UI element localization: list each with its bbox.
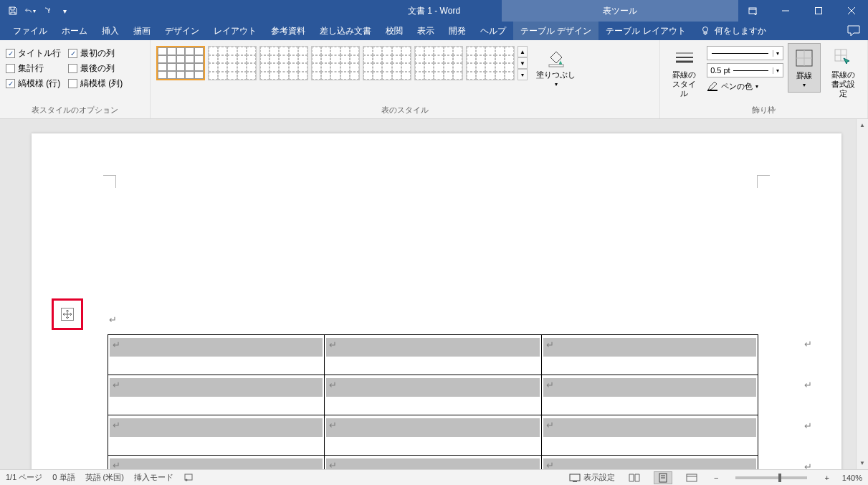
zoom-level[interactable]: 140% bbox=[842, 474, 862, 482]
table-style-thumb[interactable] bbox=[414, 46, 463, 80]
zoom-slider-thumb[interactable] bbox=[778, 474, 781, 482]
minimize-button[interactable] bbox=[769, 0, 802, 22]
table-style-thumb[interactable] bbox=[208, 46, 257, 80]
table-cell[interactable]: ↵ bbox=[108, 456, 325, 470]
table-cell[interactable]: ↵ bbox=[108, 415, 325, 456]
table-row[interactable]: ↵↵↵ bbox=[108, 375, 758, 415]
chk-header-row[interactable]: タイトル行 bbox=[6, 47, 61, 60]
tab-layout[interactable]: レイアウト bbox=[206, 22, 264, 40]
chk-first-column[interactable]: 最初の列 bbox=[68, 47, 123, 60]
borders-button[interactable]: 罫線 ▾ bbox=[788, 43, 821, 93]
borders-label: 罫線 bbox=[796, 71, 812, 80]
document-table[interactable]: ↵↵↵ ↵↵↵ ↵↵↵ ↵↵↵ ↵↵↵ bbox=[108, 334, 758, 469]
chk-first-column-label: 最初の列 bbox=[80, 47, 115, 60]
document-area[interactable]: ↵ ↵↵↵ ↵↵↵ ↵↵↵ ↵↵↵ ↵↵↵ ↵ ↵ ↵ ↵ ↵ ↵ ▲ ▼ bbox=[0, 119, 868, 469]
undo-icon[interactable]: ▾ bbox=[24, 5, 36, 17]
save-icon[interactable] bbox=[7, 5, 19, 17]
gallery-scroll-up[interactable]: ▲ bbox=[518, 46, 528, 57]
tab-references[interactable]: 参考資料 bbox=[264, 22, 313, 40]
table-style-thumb[interactable] bbox=[156, 46, 205, 80]
scroll-down-button[interactable]: ▼ bbox=[857, 457, 868, 469]
chk-banded-columns[interactable]: 縞模様 (列) bbox=[68, 77, 123, 90]
table-style-thumb[interactable] bbox=[311, 46, 360, 80]
status-language[interactable]: 英語 (米国) bbox=[85, 472, 124, 483]
tab-file[interactable]: ファイル bbox=[6, 22, 54, 40]
border-style-combo[interactable]: ▾ bbox=[707, 46, 783, 60]
tell-me-label: 何をしますか bbox=[715, 25, 766, 37]
table-styles-gallery[interactable]: ▲ ▼ ▾ bbox=[156, 43, 528, 80]
lightbulb-icon bbox=[700, 26, 710, 36]
table-row[interactable]: ↵↵↵ bbox=[108, 415, 758, 456]
table-cell[interactable]: ↵ bbox=[108, 375, 325, 415]
table-cell[interactable]: ↵ bbox=[325, 375, 541, 415]
gallery-scroll-down[interactable]: ▼ bbox=[518, 57, 528, 69]
comments-button[interactable] bbox=[839, 22, 868, 40]
svg-rect-25 bbox=[687, 474, 697, 481]
status-word-count[interactable]: 0 単語 bbox=[52, 472, 75, 483]
border-weight-combo[interactable]: 0.5 pt▾ bbox=[707, 63, 783, 77]
zoom-slider[interactable] bbox=[735, 476, 807, 479]
status-insert-mode[interactable]: 挿入モード bbox=[134, 472, 173, 483]
vertical-scrollbar[interactable]: ▲ ▼ bbox=[856, 119, 868, 469]
tab-mailings[interactable]: 差し込み文書 bbox=[313, 22, 378, 40]
table-cell[interactable]: ↵ bbox=[541, 375, 758, 415]
shading-label: 塗りつぶし bbox=[536, 70, 576, 80]
tell-me-search[interactable]: 何をしますか bbox=[693, 22, 773, 40]
tab-developer[interactable]: 開発 bbox=[442, 22, 473, 40]
zoom-out-button[interactable]: − bbox=[711, 474, 721, 482]
tab-help[interactable]: ヘルプ bbox=[473, 22, 513, 40]
table-cell[interactable]: ↵ bbox=[325, 415, 541, 456]
pen-color-button[interactable]: ペンの色 ▾ bbox=[707, 80, 783, 92]
gallery-expand[interactable]: ▾ bbox=[518, 69, 528, 80]
table-style-thumb[interactable] bbox=[466, 46, 515, 80]
highlight-annotation bbox=[52, 298, 83, 330]
border-styles-button[interactable]: 罫線の スタイル bbox=[666, 43, 702, 102]
border-painter-label: 罫線の 書式設定 bbox=[829, 70, 857, 99]
margin-mark bbox=[103, 175, 116, 188]
group-table-styles: ▲ ▼ ▾ 塗りつぶし ▾ 表のスタイル bbox=[151, 40, 660, 118]
shading-button[interactable]: 塗りつぶし ▾ bbox=[532, 43, 580, 91]
svg-rect-21 bbox=[573, 481, 577, 482]
view-read-mode[interactable] bbox=[625, 471, 644, 484]
chk-banded-rows[interactable]: 縞模様 (行) bbox=[6, 77, 61, 90]
view-web-layout[interactable] bbox=[682, 471, 701, 484]
tab-draw[interactable]: 描画 bbox=[126, 22, 158, 40]
paragraph-mark-icon: ↵ bbox=[804, 339, 812, 349]
close-button[interactable] bbox=[835, 0, 868, 22]
svg-rect-3 bbox=[816, 8, 822, 14]
table-row[interactable]: ↵↵↵ bbox=[108, 456, 758, 470]
table-style-thumb[interactable] bbox=[363, 46, 411, 80]
tab-home[interactable]: ホーム bbox=[54, 22, 95, 40]
tab-table-layout[interactable]: テーブル レイアウト bbox=[598, 22, 692, 40]
table-cell[interactable]: ↵ bbox=[325, 456, 541, 470]
table-cell[interactable]: ↵ bbox=[541, 415, 758, 456]
table-move-handle[interactable] bbox=[61, 308, 74, 321]
macro-recording-icon[interactable] bbox=[183, 472, 194, 484]
scroll-up-button[interactable]: ▲ bbox=[857, 119, 868, 131]
tab-review[interactable]: 校閲 bbox=[378, 22, 410, 40]
redo-icon[interactable] bbox=[42, 5, 53, 17]
status-page[interactable]: 1/1 ページ bbox=[6, 472, 42, 483]
tab-design[interactable]: デザイン bbox=[158, 22, 206, 40]
table-cell[interactable]: ↵ bbox=[108, 335, 325, 375]
zoom-in-button[interactable]: + bbox=[821, 474, 831, 482]
table-cell[interactable]: ↵ bbox=[541, 335, 758, 375]
table-style-thumb[interactable] bbox=[259, 46, 308, 80]
ribbon-tabs: ファイル ホーム 挿入 描画 デザイン レイアウト 参考資料 差し込み文書 校閲… bbox=[0, 22, 868, 40]
chk-last-column[interactable]: 最後の列 bbox=[68, 62, 123, 75]
table-row[interactable]: ↵↵↵ bbox=[108, 335, 758, 375]
svg-rect-1 bbox=[749, 8, 756, 14]
chk-total-row[interactable]: 集計行 bbox=[6, 62, 61, 75]
tab-table-design[interactable]: テーブル デザイン bbox=[513, 22, 598, 40]
ribbon-display-options-icon[interactable] bbox=[736, 0, 769, 22]
maximize-button[interactable] bbox=[802, 0, 835, 22]
border-painter-button[interactable]: 罫線の 書式設定 bbox=[825, 43, 862, 102]
qat-customize-icon[interactable]: ▾ bbox=[59, 5, 70, 17]
tab-insert[interactable]: 挿入 bbox=[95, 22, 126, 40]
table-cell[interactable]: ↵ bbox=[541, 456, 758, 470]
svg-rect-11 bbox=[707, 90, 717, 91]
view-print-layout[interactable] bbox=[654, 471, 672, 484]
tab-view[interactable]: 表示 bbox=[410, 22, 442, 40]
display-settings-button[interactable]: 表示設定 bbox=[569, 472, 615, 483]
table-cell[interactable]: ↵ bbox=[325, 335, 541, 375]
